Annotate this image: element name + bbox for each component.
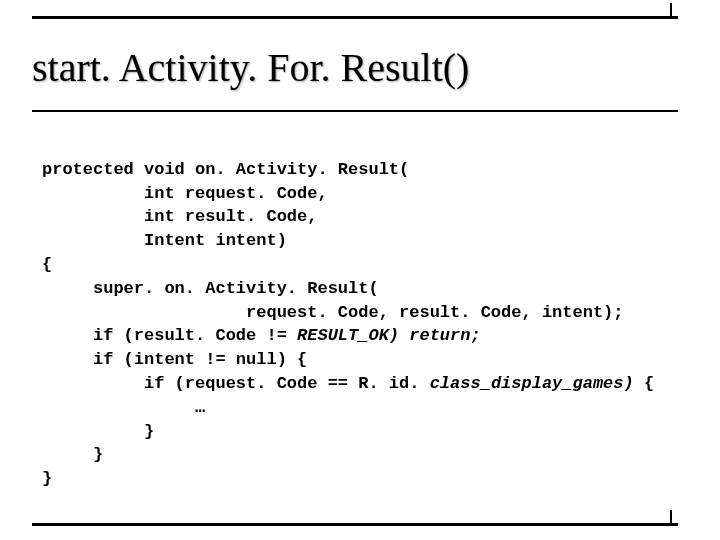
code-line: }	[42, 445, 103, 464]
code-italic: class_display_games)	[430, 374, 644, 393]
code-line: {	[644, 374, 654, 393]
code-line: protected void on. Activity. Result(	[42, 160, 409, 179]
code-line: }	[42, 422, 154, 441]
code-line: {	[42, 255, 52, 274]
code-line: if (result. Code !=	[42, 326, 297, 345]
heading-underline	[32, 110, 678, 112]
page-title: start. Activity. For. Result()	[32, 44, 469, 91]
bottom-rule	[32, 523, 678, 526]
corner-tick-top	[660, 3, 672, 17]
code-line: request. Code, result. Code, intent);	[42, 303, 624, 322]
code-line: super. on. Activity. Result(	[42, 279, 379, 298]
code-line: int result. Code,	[42, 207, 317, 226]
code-line: }	[42, 469, 52, 488]
code-line: int request. Code,	[42, 184, 328, 203]
code-line: …	[42, 398, 205, 417]
slide: start. Activity. For. Result() protected…	[0, 0, 720, 540]
code-line: Intent intent)	[42, 231, 287, 250]
code-italic: RESULT_OK) return;	[297, 326, 481, 345]
code-block: protected void on. Activity. Result( int…	[42, 134, 678, 491]
code-line: if (intent != null) {	[42, 350, 307, 369]
top-rule	[32, 16, 678, 19]
corner-tick-bottom	[660, 510, 672, 524]
code-line: if (request. Code == R. id.	[42, 374, 430, 393]
